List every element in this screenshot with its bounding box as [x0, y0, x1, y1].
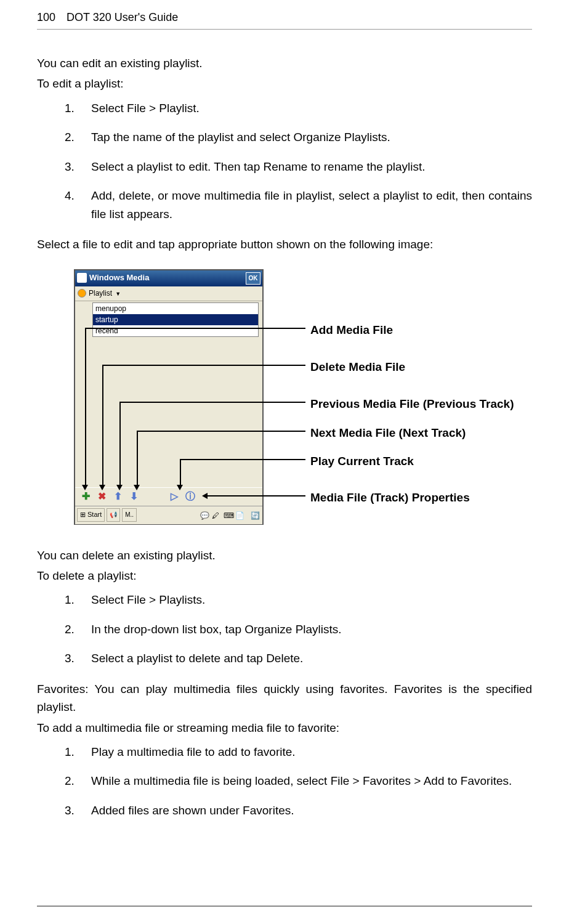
delete-steps-list: Select File > Playlists. In the drop-dow…	[37, 591, 532, 667]
arrow-icon	[82, 485, 88, 490]
annotation-line	[85, 328, 305, 329]
favorites-intro: Favorites: You can play multimedia files…	[37, 680, 532, 716]
chevron-down-icon: ▼	[115, 291, 121, 297]
annotation-add: Add Media File	[310, 321, 393, 339]
ok-button[interactable]: OK	[246, 272, 260, 285]
list-item[interactable]: startup	[93, 314, 258, 325]
annotation-line	[206, 495, 305, 496]
taskbar-item[interactable]: M..	[122, 508, 137, 522]
delete-lead: To delete a playlist:	[37, 567, 532, 585]
guide-title: DOT 320 User's Guide	[67, 11, 178, 24]
annotation-line	[119, 402, 305, 403]
annotation-play: Play Current Track	[310, 452, 414, 470]
edit-post: Select a file to edit and tap appropriat…	[37, 235, 532, 253]
play-button[interactable]: ▷	[167, 490, 181, 503]
annotation-next: Next Media File (Next Track)	[310, 424, 466, 442]
properties-button[interactable]: ⓘ	[184, 490, 197, 503]
playlist-listbox[interactable]: menupop startup recend	[92, 302, 259, 337]
fav-step-3: Added files are shown under Favorites.	[37, 801, 532, 819]
tray-icon[interactable]: 🖊	[212, 510, 222, 520]
footer-rule	[37, 906, 532, 907]
start-icon: ⊞	[80, 509, 86, 520]
annotation-delete: Delete Media File	[310, 358, 405, 376]
arrow-icon	[177, 485, 183, 490]
playlist-dropdown[interactable]: Playlist ▼	[89, 288, 121, 299]
fav-step-1: Play a multimedia file to add to favorit…	[37, 743, 532, 761]
tray-icon[interactable]: 📄	[235, 510, 245, 520]
titlebar-text: Windows Media	[89, 272, 149, 284]
tray-icon[interactable]: ⌨	[224, 510, 233, 520]
playlist-toolbar: Playlist ▼	[75, 286, 262, 301]
annotation-line	[137, 431, 305, 432]
next-track-button[interactable]: ⬇	[127, 490, 140, 503]
list-item[interactable]: recend	[93, 325, 258, 336]
previous-track-button[interactable]: ⬆	[111, 490, 124, 503]
annotation-line	[85, 328, 86, 486]
window-titlebar: ⊞ Windows Media OK	[75, 270, 262, 286]
page-header: 100 DOT 320 User's Guide	[37, 0, 532, 30]
edit-step-2: Tap the name of the playlist and select …	[37, 128, 532, 146]
add-media-button[interactable]: ✚	[79, 490, 92, 503]
delete-step-3: Select a playlist to delete and tap Dele…	[37, 649, 532, 667]
delete-step-2: In the drop-down list box, tap Organize …	[37, 620, 532, 638]
page-number: 100	[37, 11, 55, 24]
edit-steps-list: Select File > Playlist. Tap the name of …	[37, 99, 532, 223]
edit-lead: To edit a playlist:	[37, 75, 532, 92]
annotation-line	[180, 459, 305, 460]
body-content: You can edit an existing playlist. To ed…	[37, 54, 532, 819]
delete-step-1: Select File > Playlists.	[37, 591, 532, 609]
annotation-line	[137, 431, 138, 486]
arrow-icon	[202, 493, 208, 499]
screenshot-figure: ⊞ Windows Media OK Playlist ▼ menupop st…	[74, 269, 532, 528]
arrow-icon	[134, 485, 140, 490]
edit-intro: You can edit an existing playlist.	[37, 54, 532, 72]
taskbar: ⊞ Start 📢 M.. 💬 🖊 ⌨ 📄 🔄	[75, 506, 262, 524]
tray-icon[interactable]: 💬	[200, 510, 210, 520]
arrow-icon	[99, 485, 105, 490]
delete-media-button[interactable]: ✖	[95, 490, 108, 503]
media-icon	[78, 289, 86, 298]
tray-icon[interactable]: 🔄	[251, 510, 260, 520]
list-item[interactable]: menupop	[93, 303, 258, 314]
fav-step-2: While a multimedia file is being loaded,…	[37, 772, 532, 790]
edit-step-4: Add, delete, or move multimedia file in …	[37, 187, 532, 223]
edit-step-1: Select File > Playlist.	[37, 99, 532, 117]
favorites-steps-list: Play a multimedia file to add to favorit…	[37, 743, 532, 819]
taskbar-item[interactable]: 📢	[107, 508, 120, 522]
edit-step-3: Select a playlist to edit. Then tap Rena…	[37, 158, 532, 176]
arrow-icon	[116, 485, 123, 490]
start-button[interactable]: ⊞ Start	[77, 508, 105, 522]
annotation-line	[102, 365, 103, 486]
annotation-previous: Previous Media File (Previous Track)	[310, 395, 514, 413]
delete-intro: You can delete an existing playlist.	[37, 546, 532, 564]
annotation-line	[180, 459, 181, 486]
annotation-properties: Media File (Track) Properties	[310, 488, 470, 506]
annotation-line	[119, 402, 121, 486]
windows-logo-icon: ⊞	[77, 273, 87, 283]
favorites-lead: To add a multimedia file or streaming me…	[37, 719, 532, 737]
annotation-line	[102, 365, 305, 366]
